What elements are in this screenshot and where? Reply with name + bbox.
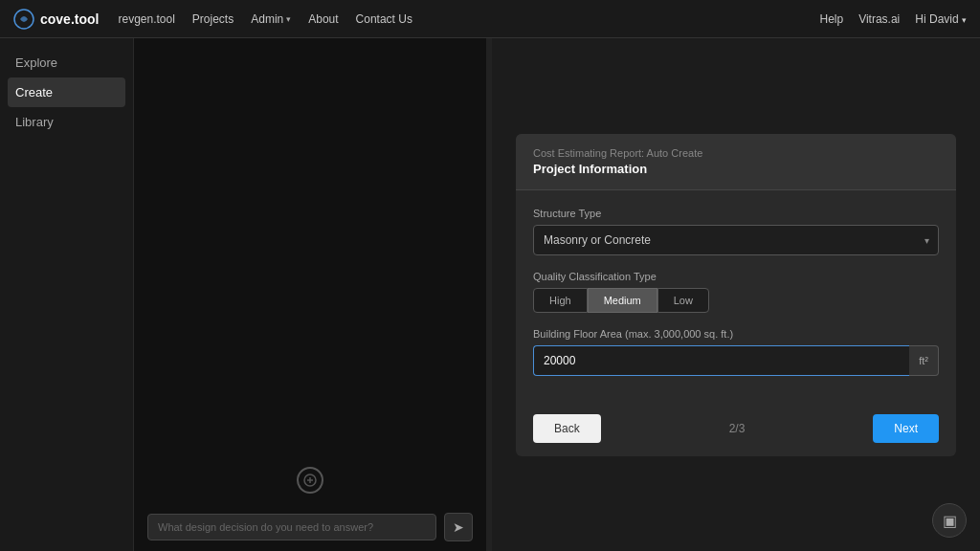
send-button[interactable]: ➤ xyxy=(444,513,473,541)
form-card: Cost Estimating Report: Auto Create Proj… xyxy=(516,134,956,456)
logo[interactable]: cove.tool xyxy=(13,9,99,30)
sidebar: Explore Create Library xyxy=(0,38,134,551)
nav-revgen[interactable]: revgen.tool xyxy=(118,12,174,26)
form-title: Project Information xyxy=(533,162,939,176)
structure-type-label: Structure Type xyxy=(533,208,939,219)
nav-help[interactable]: Help xyxy=(819,12,843,26)
nav-about[interactable]: About xyxy=(308,12,338,26)
structure-type-field: Structure Type Masonry or Concrete ▾ xyxy=(533,208,939,255)
logo-icon xyxy=(13,9,34,30)
nav-projects[interactable]: Projects xyxy=(192,12,234,26)
nav-links: revgen.tool Projects Admin ▾ About Conta… xyxy=(118,12,819,26)
structure-type-select[interactable]: Masonry or Concrete xyxy=(533,225,939,255)
chat-fab-button[interactable]: ▣ xyxy=(932,503,967,538)
form-subtitle: Cost Estimating Report: Auto Create xyxy=(533,147,939,159)
form-footer: Back 2/3 Next xyxy=(516,405,956,456)
nav-admin-link[interactable]: Admin xyxy=(251,12,283,26)
quality-field: Quality Classification Type High Medium … xyxy=(533,271,939,313)
floor-area-input[interactable] xyxy=(533,345,909,376)
sidebar-item-create[interactable]: Create xyxy=(8,77,125,107)
chat-icon: ▣ xyxy=(943,512,957,530)
nav-contact[interactable]: Contact Us xyxy=(356,12,412,26)
logo-text: cove.tool xyxy=(40,11,99,27)
right-panel: Cost Estimating Report: Auto Create Proj… xyxy=(492,38,980,551)
nav-user[interactable]: Hi David ▾ xyxy=(915,12,967,26)
pagination: 2/3 xyxy=(729,422,746,435)
design-decision-input[interactable] xyxy=(147,514,436,540)
form-header: Cost Estimating Report: Auto Create Proj… xyxy=(516,134,956,190)
floor-area-row: ft² xyxy=(533,345,939,376)
user-chevron-icon: ▾ xyxy=(962,15,967,25)
structure-type-select-wrapper: Masonry or Concrete ▾ xyxy=(533,225,939,255)
plus-icon xyxy=(303,474,317,487)
quality-high-button[interactable]: High xyxy=(533,288,588,313)
back-button[interactable]: Back xyxy=(533,414,601,443)
form-body: Structure Type Masonry or Concrete ▾ Qua… xyxy=(516,190,956,405)
add-button[interactable] xyxy=(297,467,323,494)
sidebar-item-library[interactable]: Library xyxy=(0,107,133,137)
admin-chevron-icon: ▾ xyxy=(286,14,291,24)
quality-buttons: High Medium Low xyxy=(533,288,939,313)
left-panel: ➤ xyxy=(134,38,486,551)
quality-label: Quality Classification Type xyxy=(533,271,939,282)
floor-area-unit: ft² xyxy=(909,345,939,376)
panel-content xyxy=(134,38,486,503)
main-layout: Explore Create Library ➤ Cost Estimating… xyxy=(0,38,980,551)
floor-area-field: Building Floor Area (max. 3,000,000 sq. … xyxy=(533,328,939,376)
next-button[interactable]: Next xyxy=(873,414,939,443)
floor-area-label: Building Floor Area (max. 3,000,000 sq. … xyxy=(533,328,939,340)
nav-right: Help Vitras.ai Hi David ▾ xyxy=(819,12,967,26)
nav-vitras[interactable]: Vitras.ai xyxy=(858,12,900,26)
nav-admin[interactable]: Admin ▾ xyxy=(251,12,291,26)
topnav: cove.tool revgen.tool Projects Admin ▾ A… xyxy=(0,0,980,38)
sidebar-item-explore[interactable]: Explore xyxy=(0,48,133,77)
quality-medium-button[interactable]: Medium xyxy=(588,288,657,313)
send-icon: ➤ xyxy=(453,519,464,535)
quality-low-button[interactable]: Low xyxy=(657,288,709,313)
bottom-input-bar: ➤ xyxy=(134,503,486,551)
